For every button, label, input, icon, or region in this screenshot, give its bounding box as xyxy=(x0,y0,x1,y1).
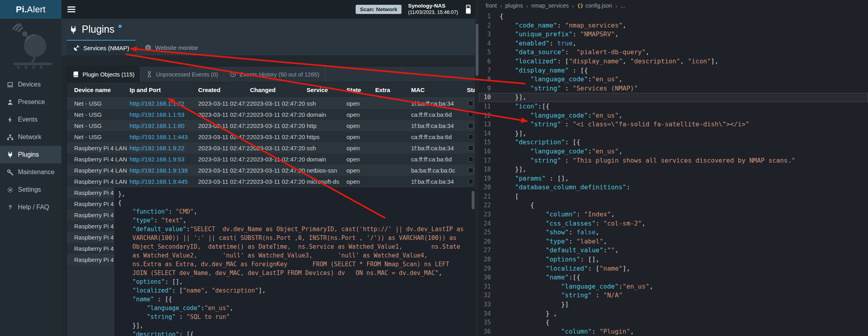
ip-port-link[interactable]: http://192.168.1.1:53 xyxy=(130,111,185,118)
subtab-unprocessed-events-0[interactable]: Unprocessed Events (0) xyxy=(140,67,224,82)
popup-scrollbar-handle[interactable] xyxy=(472,191,474,209)
line-content: "string" : "<i class=\"fa-solid fa-satel… xyxy=(500,120,749,129)
line-number: 16 xyxy=(479,147,500,156)
subtab-label: Plugin Objects (115) xyxy=(83,71,134,78)
line-content: "name":[{ xyxy=(500,273,580,282)
line-content: "show": false, xyxy=(500,228,599,237)
sidebar-item-plugins[interactable]: Plugins xyxy=(0,146,61,163)
code-line: "string" : "SQL to run" xyxy=(118,312,475,321)
line-number: 29 xyxy=(479,264,500,273)
ip-port-link[interactable]: http://192.168.1.9:53 xyxy=(130,156,185,163)
editor-code-area[interactable]: 1{2 "code_name": "nmap_services",3 "uniq… xyxy=(479,12,868,336)
plug-icon xyxy=(69,26,78,34)
line-content: "type": "label", xyxy=(500,237,607,246)
breadcrumb-label: plugins xyxy=(505,2,523,9)
sidebar-item-network[interactable]: Network xyxy=(0,128,61,146)
cell-service: https xyxy=(307,131,346,142)
row-status-checkbox[interactable] xyxy=(468,101,473,106)
breadcrumb-label: ... xyxy=(620,2,625,9)
breadcrumb-item-[interactable]: ... xyxy=(620,2,625,9)
line-content: "icon":[{ xyxy=(500,102,549,111)
row-status-checkbox[interactable] xyxy=(468,112,473,117)
subtab-plugin-objects-115[interactable]: Plugin Objects (115) xyxy=(67,67,140,82)
line-number: 36 xyxy=(479,327,500,336)
line-content: "string" : "This plugin shows all servic… xyxy=(500,156,795,165)
line-number: 6 xyxy=(479,57,500,66)
breadcrumb-item-front[interactable]: front xyxy=(486,2,497,9)
line-number: 2 xyxy=(479,21,500,30)
cell-extra xyxy=(375,142,411,153)
editor-line: 2 "code_name": "nmap_services", xyxy=(479,21,868,30)
sidebar-item-help-faq[interactable]: ?Help / FAQ xyxy=(0,198,61,216)
editor-line: 35 { xyxy=(479,318,868,327)
line-content: { xyxy=(500,12,504,21)
cell-state: open xyxy=(346,120,375,131)
ip-port-link[interactable]: http://192.168.1.1:22 xyxy=(130,100,185,107)
table-row: Raspberry Pi 4 LANhttp://192.168.1.9:139… xyxy=(67,165,475,176)
subtab-events-history-50-out-of-1265[interactable]: Events History (50 out of 1265) xyxy=(224,67,325,82)
ip-port-link[interactable]: http://192.168.1.1:443 xyxy=(130,134,188,140)
tab-services-nmap[interactable]: Services (NMAP) xyxy=(67,40,136,55)
editor-line: 20 "database_column_definitions": xyxy=(479,183,868,192)
line-number: 3 xyxy=(479,30,500,39)
ip-port-link[interactable]: http://192.168.1.9:445 xyxy=(130,178,188,185)
tab-website-monitor[interactable]: Website monitor xyxy=(138,40,205,55)
sidebar-item-devices[interactable]: Devices xyxy=(0,76,61,93)
cell-mac: 1f:ba:ff:ca:ba:34 xyxy=(411,98,467,109)
line-number: 32 xyxy=(479,291,500,300)
plugins-help-dot[interactable] xyxy=(118,25,122,28)
line-number: 31 xyxy=(479,282,500,291)
editor-line: 30 "name":[{ xyxy=(479,273,868,282)
cell-state: open xyxy=(346,165,375,176)
cell-device-name: Raspberry Pi 4 LAN xyxy=(67,142,130,153)
cell-ip-port: http://192.168.1.9:53 xyxy=(130,153,198,165)
line-number: 8 xyxy=(479,75,500,84)
content-header: Plugins Services (NMAP)Website monitor xyxy=(61,19,475,55)
editor-line: 17 "string" : "This plugin shows all ser… xyxy=(479,156,868,165)
row-status-checkbox[interactable] xyxy=(468,179,473,184)
cell-status xyxy=(467,109,475,120)
editor-line: 23 "column": "Index", xyxy=(479,210,868,219)
sidebar-item-settings[interactable]: Settings xyxy=(0,181,61,198)
subtab-label: Unprocessed Events (0) xyxy=(156,71,218,78)
row-status-checkbox[interactable] xyxy=(468,145,473,151)
plugin-tabs: Services (NMAP)Website monitor xyxy=(67,40,205,55)
cell-ip-port: http://192.168.1.9:22 xyxy=(130,142,198,153)
line-content: "language_code":"en_us", xyxy=(500,282,653,291)
line-number: 13 xyxy=(479,120,500,129)
sidebar-item-maintenance[interactable]: Maintenance xyxy=(0,163,61,181)
line-number: 10 xyxy=(479,93,500,102)
ip-port-link[interactable]: http://192.168.1.9:139 xyxy=(130,167,188,174)
cell-created: 2023-03-11 02:47:20 xyxy=(198,176,250,187)
breadcrumb-item-plugins[interactable]: plugins xyxy=(505,2,523,9)
line-number: 1 xyxy=(479,12,500,21)
row-status-checkbox[interactable] xyxy=(468,134,473,140)
cell-device-name: Net - USG xyxy=(67,109,130,120)
sidebar-item-presence[interactable]: Presence xyxy=(0,93,61,111)
sidebar-item-events[interactable]: Events xyxy=(0,111,61,128)
line-number: 4 xyxy=(479,39,500,48)
breadcrumb-item-nmap-services[interactable]: nmap_services xyxy=(531,2,569,9)
row-status-checkbox[interactable] xyxy=(468,168,473,173)
cell-device-name: Raspberry Pi 4 LAN xyxy=(67,176,130,187)
cell-mac: ba:ba:ff:ca:ba:0c xyxy=(411,165,467,176)
breadcrumb-item-config-json[interactable]: {}config.json xyxy=(577,2,612,9)
ip-port-link[interactable]: http://192.168.1.1:80 xyxy=(130,122,185,129)
cell-mac: ca:ff:ff:ca:ba:6d xyxy=(411,131,467,142)
line-number: 20 xyxy=(479,183,500,192)
ip-port-link[interactable]: http://192.168.1.9:22 xyxy=(130,145,185,151)
sidebar-toggle-button[interactable] xyxy=(67,6,75,12)
row-status-checkbox[interactable] xyxy=(468,157,473,162)
plug-icon xyxy=(7,151,14,158)
table-row: Raspberry Pi 4 LANhttp://192.168.1.9:222… xyxy=(67,142,475,153)
editor-line: 28 "options": [], xyxy=(479,255,868,264)
sidebar-item-label: Settings xyxy=(18,186,41,193)
usb-device-icon[interactable] xyxy=(465,4,472,14)
code-line: "description": [{ xyxy=(118,330,475,336)
row-status-checkbox[interactable] xyxy=(468,123,473,128)
page-scrollbar-handle[interactable] xyxy=(476,24,478,76)
table-row: Net - USGhttp://192.168.1.1:532023-03-11… xyxy=(67,109,475,120)
code-line: "options": [], xyxy=(118,277,475,286)
user-icon xyxy=(7,99,14,106)
app-logo[interactable]: Pi.Alert xyxy=(0,0,61,19)
